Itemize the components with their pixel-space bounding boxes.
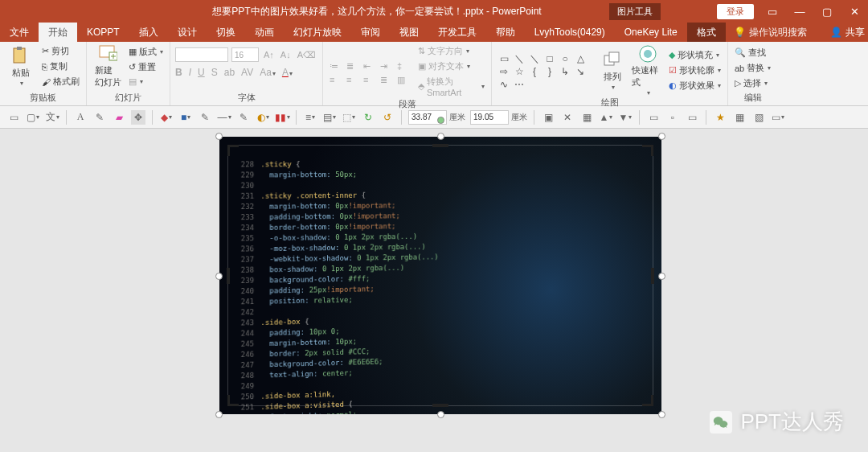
qat-dist-icon[interactable]: ▤▾ — [322, 110, 337, 125]
tab-design[interactable]: 设计 — [168, 23, 207, 42]
handle-bottomleft[interactable] — [215, 411, 223, 418]
cut-button[interactable]: ✂剪切 — [40, 44, 81, 58]
qat-text-icon[interactable]: 文▾ — [45, 110, 59, 125]
qat-group2-icon[interactable]: ⬚▾ — [342, 110, 356, 125]
qat-eyedrop2-icon[interactable]: ✎ — [198, 110, 212, 125]
crop-corner-tl[interactable] — [227, 145, 239, 156]
shape-curve-icon[interactable]: ∿ — [497, 79, 511, 91]
tab-home[interactable]: 开始 — [39, 23, 77, 42]
find-button[interactable]: 🔍查找 — [733, 46, 772, 60]
crop-frame[interactable] — [227, 145, 653, 406]
crop-edge-top[interactable] — [432, 144, 448, 147]
qat-layers-icon[interactable]: ▦ — [579, 110, 594, 125]
tab-insert[interactable]: 插入 — [129, 23, 168, 42]
qat-crop-icon[interactable]: ▣ — [541, 110, 555, 125]
qat-rotate2-icon[interactable]: ↺ — [380, 110, 395, 125]
qat-eyedrop3-icon[interactable]: ✎ — [236, 110, 251, 125]
tab-review[interactable]: 审阅 — [351, 23, 390, 42]
replace-button[interactable]: ab替换▾ — [733, 61, 772, 75]
shape-fill-button[interactable]: ◆形状填充▾ — [667, 48, 723, 62]
tab-format[interactable]: 格式 — [687, 23, 726, 42]
qat-more3-icon[interactable]: ▭ — [685, 110, 699, 125]
format-painter-button[interactable]: 🖌格式刷 — [40, 75, 81, 88]
qat-fill-icon[interactable]: ■▾ — [178, 110, 193, 125]
qat-fx-icon[interactable]: ◐▾ — [256, 110, 270, 125]
width-input[interactable] — [470, 110, 509, 125]
qat-move-icon[interactable]: ✥ — [131, 110, 145, 125]
qat-more6-icon[interactable]: ▭▾ — [771, 110, 785, 125]
share-button[interactable]: 👤 共享 — [830, 23, 868, 42]
tab-koppt[interactable]: KOPPT — [77, 23, 129, 42]
crop-corner-br[interactable] — [642, 395, 653, 406]
maximize-icon[interactable]: ▢ — [813, 2, 841, 21]
picture-tools-tab[interactable]: 图片工具 — [609, 3, 661, 20]
shape-connector-icon[interactable]: ↳ — [558, 66, 572, 78]
paste-button[interactable]: 粘贴 ▾ — [5, 47, 37, 87]
shape-star-icon[interactable]: ☆ — [512, 66, 526, 78]
copy-button[interactable]: ⎘复制 — [40, 60, 81, 73]
tab-file[interactable]: 文件 — [0, 23, 39, 42]
handle-topleft[interactable] — [215, 133, 223, 140]
crop-edge-left[interactable] — [227, 268, 230, 284]
ribbon-options-icon[interactable]: ▭ — [759, 2, 786, 21]
qat-eyedrop-icon[interactable]: ✎ — [92, 110, 107, 125]
shape-line-icon[interactable]: ＼ — [512, 53, 526, 65]
tab-help[interactable]: 帮助 — [486, 23, 525, 42]
tab-transitions[interactable]: 切换 — [207, 23, 245, 42]
qat-new-icon[interactable]: ▭ — [6, 110, 21, 125]
qat-back-icon[interactable]: ▼▾ — [618, 110, 633, 125]
tab-lvyhtools[interactable]: LvyhTools(0429) — [525, 23, 615, 42]
shape-rbrace-icon[interactable]: } — [542, 66, 557, 78]
handle-rotate[interactable] — [437, 117, 444, 124]
tab-onekeylite[interactable]: OneKey Lite — [615, 23, 687, 42]
slide-canvas[interactable]: 228.sticky { 229 margin-bottom: 50px; 23… — [0, 129, 868, 452]
tell-me-search[interactable]: 💡 操作说明搜索 — [734, 23, 807, 42]
reset-button[interactable]: ↺重置 — [127, 60, 165, 74]
shape-arrow-icon[interactable]: ⇨ — [497, 66, 511, 78]
shape-outline-button[interactable]: ☑形状轮廓▾ — [667, 64, 723, 77]
minimize-icon[interactable]: — — [786, 2, 813, 21]
shape-oval-icon[interactable]: ○ — [558, 53, 572, 65]
qat-more1-icon[interactable]: ▭ — [646, 110, 661, 125]
shapes-gallery[interactable]: ▭ ＼ ＼ □ ○ △ ⇨ ☆ { } ↳ ↘ ∿ ⋯ — [497, 51, 593, 91]
shape-more-icon[interactable]: ⋯ — [512, 79, 526, 91]
tab-slideshow[interactable]: 幻灯片放映 — [284, 23, 351, 42]
qat-anim-icon[interactable]: ★ — [713, 110, 727, 125]
qat-more2-icon[interactable]: ▫ — [665, 110, 680, 125]
qat-del-icon[interactable]: ✕ — [560, 110, 575, 125]
qat-highlight-icon[interactable]: ▰ — [112, 110, 126, 125]
handle-bottomright[interactable] — [658, 411, 665, 418]
qat-front-icon[interactable]: ▲▾ — [599, 110, 613, 125]
arrange-button[interactable]: 排列▾ — [596, 51, 628, 91]
handle-topright[interactable] — [658, 133, 665, 140]
selected-image[interactable]: 228.sticky { 229 margin-bottom: 50px; 23… — [219, 137, 661, 414]
crop-corner-bl[interactable] — [227, 395, 239, 406]
handle-topmid[interactable] — [437, 133, 444, 140]
login-button[interactable]: 登录 — [717, 4, 754, 19]
qat-font-icon[interactable]: A — [73, 110, 88, 125]
quick-styles-button[interactable]: 快速样式▾ — [632, 44, 664, 97]
qat-new2-icon[interactable]: ▢▾ — [26, 110, 40, 125]
tab-animations[interactable]: 动画 — [245, 23, 284, 42]
crop-edge-right[interactable] — [651, 268, 654, 284]
handle-bottommid[interactable] — [437, 411, 444, 418]
crop-corner-tr[interactable] — [642, 145, 653, 156]
qat-more5-icon[interactable]: ▧ — [751, 110, 766, 125]
qat-shape-icon[interactable]: ◆▾ — [159, 110, 174, 125]
crop-edge-bottom[interactable] — [432, 404, 448, 407]
shape-square-icon[interactable]: □ — [542, 53, 557, 65]
new-slide-button[interactable]: 新建 幻灯片 — [92, 44, 124, 88]
close-icon[interactable]: ✕ — [841, 2, 868, 21]
shape-lbrace-icon[interactable]: { — [527, 66, 542, 78]
handle-midleft[interactable] — [215, 273, 223, 280]
handle-midright[interactable] — [658, 273, 665, 280]
qat-line-icon[interactable]: ―▾ — [217, 110, 231, 125]
qat-rotate-icon[interactable]: ↻ — [361, 110, 375, 125]
qat-more4-icon[interactable]: ▦ — [732, 110, 747, 125]
qat-chart-icon[interactable]: ▮▮▾ — [275, 110, 289, 125]
tab-developer[interactable]: 开发工具 — [428, 23, 486, 42]
tab-view[interactable]: 视图 — [390, 23, 428, 42]
shape-connector2-icon[interactable]: ↘ — [573, 66, 588, 78]
shape-effects-button[interactable]: ◐形状效果▾ — [667, 79, 723, 92]
shape-line2-icon[interactable]: ＼ — [527, 53, 542, 65]
